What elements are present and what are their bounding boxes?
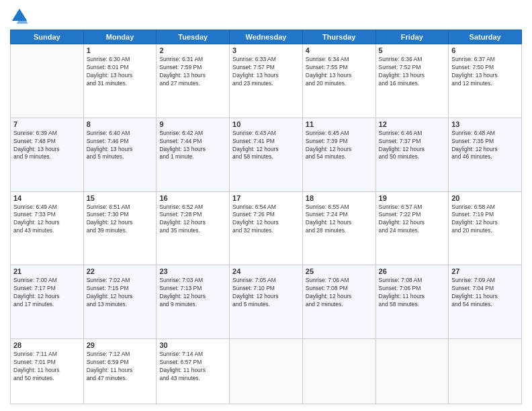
calendar-cell: 28Sunrise: 7:11 AMSunset: 7:01 PMDayligh… xyxy=(11,339,84,404)
calendar-cell: 12Sunrise: 6:46 AMSunset: 7:37 PMDayligh… xyxy=(375,118,449,191)
calendar-cell: 8Sunrise: 6:40 AMSunset: 7:46 PMDaylight… xyxy=(83,118,157,191)
day-info: Sunrise: 6:52 AMSunset: 7:28 PMDaylight:… xyxy=(159,203,226,236)
day-info: Sunrise: 6:48 AMSunset: 7:35 PMDaylight:… xyxy=(451,130,519,162)
day-number: 25 xyxy=(306,267,373,275)
calendar-header-row: SundayMondayTuesdayWednesdayThursdayFrid… xyxy=(11,30,522,44)
day-info: Sunrise: 7:09 AMSunset: 7:04 PMDaylight:… xyxy=(451,277,519,309)
day-number: 28 xyxy=(13,341,81,349)
calendar-cell: 9Sunrise: 6:42 AMSunset: 7:44 PMDaylight… xyxy=(157,118,230,191)
day-number: 14 xyxy=(13,194,81,202)
calendar-cell: 13Sunrise: 6:48 AMSunset: 7:35 PMDayligh… xyxy=(449,118,522,191)
day-info: Sunrise: 7:00 AMSunset: 7:17 PMDaylight:… xyxy=(13,277,81,309)
calendar-cell: 17Sunrise: 6:54 AMSunset: 7:26 PMDayligh… xyxy=(230,191,303,265)
day-info: Sunrise: 6:49 AMSunset: 7:33 PMDaylight:… xyxy=(13,203,81,236)
day-info: Sunrise: 7:05 AMSunset: 7:10 PMDaylight:… xyxy=(232,277,300,309)
day-info: Sunrise: 6:58 AMSunset: 7:19 PMDaylight:… xyxy=(451,203,519,236)
calendar-cell xyxy=(302,339,375,404)
day-number: 30 xyxy=(159,341,226,349)
day-number: 2 xyxy=(159,46,226,54)
day-number: 12 xyxy=(379,120,446,128)
day-info: Sunrise: 6:40 AMSunset: 7:46 PMDaylight:… xyxy=(87,130,154,162)
calendar-week-1: 7Sunrise: 6:39 AMSunset: 7:48 PMDaylight… xyxy=(11,118,522,191)
calendar-cell: 14Sunrise: 6:49 AMSunset: 7:33 PMDayligh… xyxy=(11,191,84,265)
calendar-cell: 6Sunrise: 6:37 AMSunset: 7:50 PMDaylight… xyxy=(449,44,522,118)
calendar-cell xyxy=(230,339,303,404)
day-info: Sunrise: 6:42 AMSunset: 7:44 PMDaylight:… xyxy=(159,130,226,162)
day-header-monday: Monday xyxy=(83,30,157,44)
calendar-cell: 1Sunrise: 6:30 AMSunset: 8:01 PMDaylight… xyxy=(83,44,157,118)
day-number: 13 xyxy=(451,120,519,128)
calendar-week-2: 14Sunrise: 6:49 AMSunset: 7:33 PMDayligh… xyxy=(11,191,522,265)
day-info: Sunrise: 7:03 AMSunset: 7:13 PMDaylight:… xyxy=(159,277,226,309)
day-number: 3 xyxy=(232,46,300,54)
day-number: 5 xyxy=(379,46,446,54)
day-number: 21 xyxy=(13,267,81,275)
day-number: 23 xyxy=(159,267,226,275)
day-number: 4 xyxy=(306,46,373,54)
day-info: Sunrise: 6:45 AMSunset: 7:39 PMDaylight:… xyxy=(306,130,373,162)
day-info: Sunrise: 6:54 AMSunset: 7:26 PMDaylight:… xyxy=(232,203,300,236)
day-number: 18 xyxy=(306,194,373,202)
day-number: 22 xyxy=(87,267,154,275)
day-number: 20 xyxy=(451,194,519,202)
day-info: Sunrise: 7:12 AMSunset: 6:59 PMDaylight:… xyxy=(87,351,154,383)
day-number: 16 xyxy=(159,194,226,202)
day-info: Sunrise: 6:33 AMSunset: 7:57 PMDaylight:… xyxy=(232,56,300,88)
day-info: Sunrise: 6:31 AMSunset: 7:59 PMDaylight:… xyxy=(159,56,226,88)
day-info: Sunrise: 6:55 AMSunset: 7:24 PMDaylight:… xyxy=(306,203,373,236)
day-header-saturday: Saturday xyxy=(449,30,522,44)
calendar-cell xyxy=(449,339,522,404)
day-info: Sunrise: 7:02 AMSunset: 7:15 PMDaylight:… xyxy=(87,277,154,309)
calendar-week-4: 28Sunrise: 7:11 AMSunset: 7:01 PMDayligh… xyxy=(11,339,522,404)
calendar-cell: 23Sunrise: 7:03 AMSunset: 7:13 PMDayligh… xyxy=(157,265,230,339)
calendar-cell: 19Sunrise: 6:57 AMSunset: 7:22 PMDayligh… xyxy=(375,191,449,265)
calendar-cell: 3Sunrise: 6:33 AMSunset: 7:57 PMDaylight… xyxy=(230,44,303,118)
day-info: Sunrise: 6:30 AMSunset: 8:01 PMDaylight:… xyxy=(87,56,154,88)
calendar-cell: 18Sunrise: 6:55 AMSunset: 7:24 PMDayligh… xyxy=(302,191,375,265)
day-number: 19 xyxy=(379,194,446,202)
calendar-cell: 2Sunrise: 6:31 AMSunset: 7:59 PMDaylight… xyxy=(157,44,230,118)
calendar-cell: 24Sunrise: 7:05 AMSunset: 7:10 PMDayligh… xyxy=(230,265,303,339)
calendar-week-0: 1Sunrise: 6:30 AMSunset: 8:01 PMDaylight… xyxy=(11,44,522,118)
calendar-week-3: 21Sunrise: 7:00 AMSunset: 7:17 PMDayligh… xyxy=(11,265,522,339)
day-info: Sunrise: 7:14 AMSunset: 6:57 PMDaylight:… xyxy=(159,351,226,383)
calendar-cell: 30Sunrise: 7:14 AMSunset: 6:57 PMDayligh… xyxy=(157,339,230,404)
day-info: Sunrise: 6:51 AMSunset: 7:30 PMDaylight:… xyxy=(87,203,154,236)
day-number: 15 xyxy=(87,194,154,202)
day-header-tuesday: Tuesday xyxy=(157,30,230,44)
day-info: Sunrise: 6:34 AMSunset: 7:55 PMDaylight:… xyxy=(306,56,373,88)
day-number: 1 xyxy=(87,46,154,54)
day-header-thursday: Thursday xyxy=(302,30,375,44)
calendar-cell: 5Sunrise: 6:36 AMSunset: 7:52 PMDaylight… xyxy=(375,44,449,118)
day-number: 27 xyxy=(451,267,519,275)
calendar-cell: 16Sunrise: 6:52 AMSunset: 7:28 PMDayligh… xyxy=(157,191,230,265)
day-header-wednesday: Wednesday xyxy=(230,30,303,44)
calendar-table: SundayMondayTuesdayWednesdayThursdayFrid… xyxy=(10,30,522,404)
logo xyxy=(10,7,32,26)
header xyxy=(10,7,522,26)
day-info: Sunrise: 7:11 AMSunset: 7:01 PMDaylight:… xyxy=(13,351,81,383)
calendar-cell: 4Sunrise: 6:34 AMSunset: 7:55 PMDaylight… xyxy=(302,44,375,118)
calendar-cell: 15Sunrise: 6:51 AMSunset: 7:30 PMDayligh… xyxy=(83,191,157,265)
day-number: 6 xyxy=(451,46,519,54)
day-header-sunday: Sunday xyxy=(11,30,84,44)
day-number: 17 xyxy=(232,194,300,202)
calendar-cell: 22Sunrise: 7:02 AMSunset: 7:15 PMDayligh… xyxy=(83,265,157,339)
day-info: Sunrise: 6:57 AMSunset: 7:22 PMDaylight:… xyxy=(379,203,446,236)
day-number: 7 xyxy=(13,120,81,128)
calendar-cell: 27Sunrise: 7:09 AMSunset: 7:04 PMDayligh… xyxy=(449,265,522,339)
day-info: Sunrise: 6:37 AMSunset: 7:50 PMDaylight:… xyxy=(451,56,519,88)
day-number: 11 xyxy=(306,120,373,128)
day-info: Sunrise: 6:36 AMSunset: 7:52 PMDaylight:… xyxy=(379,56,446,88)
day-info: Sunrise: 7:08 AMSunset: 7:06 PMDaylight:… xyxy=(379,277,446,309)
calendar-cell: 20Sunrise: 6:58 AMSunset: 7:19 PMDayligh… xyxy=(449,191,522,265)
day-info: Sunrise: 6:39 AMSunset: 7:48 PMDaylight:… xyxy=(13,130,81,162)
logo-icon xyxy=(10,7,29,26)
day-number: 29 xyxy=(87,341,154,349)
day-number: 8 xyxy=(87,120,154,128)
calendar-cell: 11Sunrise: 6:45 AMSunset: 7:39 PMDayligh… xyxy=(302,118,375,191)
day-info: Sunrise: 7:06 AMSunset: 7:08 PMDaylight:… xyxy=(306,277,373,309)
calendar-cell xyxy=(11,44,84,118)
day-number: 26 xyxy=(379,267,446,275)
page: SundayMondayTuesdayWednesdayThursdayFrid… xyxy=(0,0,532,411)
